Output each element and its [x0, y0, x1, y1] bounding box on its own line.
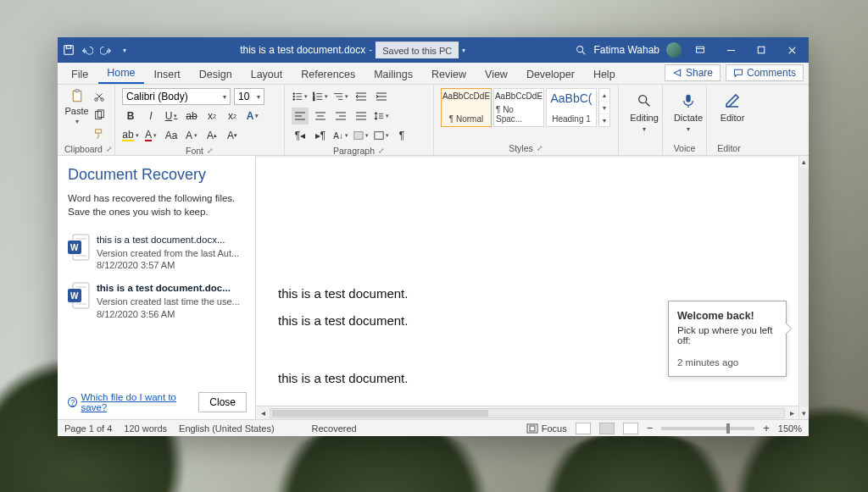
- zoom-in-button[interactable]: +: [763, 422, 770, 434]
- zoom-out-button[interactable]: −: [647, 422, 654, 434]
- style-no-spacing[interactable]: AaBbCcDdE ¶ No Spac...: [493, 88, 544, 127]
- editor-button[interactable]: Editor: [714, 88, 751, 123]
- shrink-font-button[interactable]: A▾: [224, 127, 241, 144]
- scroll-track[interactable]: [800, 168, 809, 407]
- gallery-more-icon[interactable]: ▾: [599, 114, 609, 126]
- focus-mode-button[interactable]: Focus: [526, 423, 567, 434]
- shading-button[interactable]: [353, 127, 370, 144]
- multilevel-button[interactable]: [332, 88, 349, 105]
- rtl-button[interactable]: ▸¶: [312, 127, 329, 144]
- tab-insert[interactable]: Insert: [146, 65, 189, 84]
- scroll-track[interactable]: [270, 408, 785, 418]
- dictate-button[interactable]: Dictate ▾: [670, 88, 707, 133]
- font-size-combo[interactable]: 10▾: [234, 88, 264, 105]
- recovery-item[interactable]: W this is a test document.doc... Version…: [68, 282, 247, 320]
- scroll-thumb[interactable]: [272, 410, 488, 417]
- share-button[interactable]: Share: [665, 64, 721, 81]
- strike-button[interactable]: ab: [183, 108, 200, 124]
- tab-help[interactable]: Help: [585, 65, 624, 84]
- decrease-indent-button[interactable]: [353, 88, 370, 105]
- format-painter-button[interactable]: [91, 125, 108, 142]
- gallery-down-icon[interactable]: ▾: [599, 102, 609, 114]
- save-status[interactable]: Saved to this PC: [376, 41, 459, 58]
- tab-mailings[interactable]: Mailings: [365, 65, 421, 84]
- tab-review[interactable]: Review: [423, 65, 475, 84]
- recovery-item[interactable]: W this is a test document.docx... Versio…: [68, 234, 247, 272]
- cut-button[interactable]: [91, 88, 108, 105]
- style-normal[interactable]: AaBbCcDdE ¶ Normal: [441, 88, 492, 127]
- scroll-right-icon[interactable]: ▸: [785, 408, 798, 417]
- read-mode-button[interactable]: [576, 423, 591, 434]
- change-case-button[interactable]: Aa: [163, 127, 180, 144]
- align-center-button[interactable]: [312, 108, 329, 124]
- user-name[interactable]: Fatima Wahab: [593, 44, 659, 56]
- print-layout-button[interactable]: [599, 423, 615, 434]
- clipboard-dialog-launcher[interactable]: ⤢: [106, 145, 113, 153]
- tab-layout[interactable]: Layout: [242, 65, 292, 84]
- styles-dialog-launcher[interactable]: ⤢: [537, 144, 543, 152]
- grow-font-button[interactable]: A▴: [203, 127, 220, 144]
- scroll-up-icon[interactable]: ▴: [802, 156, 806, 168]
- user-avatar[interactable]: [666, 42, 682, 58]
- justify-button[interactable]: [353, 108, 370, 124]
- show-marks-button[interactable]: ¶: [393, 127, 410, 144]
- welcome-back-callout[interactable]: Welcome back! Pick up where you left off…: [668, 301, 787, 377]
- vertical-scrollbar[interactable]: ▴ ▾: [798, 156, 809, 419]
- zoom-level[interactable]: 150%: [778, 423, 802, 434]
- numbering-button[interactable]: 123: [312, 88, 329, 105]
- align-left-button[interactable]: [292, 108, 309, 124]
- tab-file[interactable]: File: [63, 65, 97, 84]
- font-color-button[interactable]: A: [142, 127, 159, 144]
- undo-button[interactable]: [81, 44, 93, 56]
- ltr-button[interactable]: ¶◂: [292, 127, 309, 144]
- subscript-button[interactable]: x2: [203, 108, 220, 124]
- document-page[interactable]: this is a test document. this is a test …: [256, 158, 798, 406]
- web-layout-button[interactable]: [623, 423, 638, 434]
- maximize-button[interactable]: [749, 37, 773, 63]
- superscript-button[interactable]: x2: [224, 108, 241, 124]
- bold-button[interactable]: B: [122, 108, 139, 124]
- line-spacing-button[interactable]: [373, 108, 390, 124]
- style-heading1[interactable]: AaBbC( Heading 1: [546, 88, 597, 127]
- comments-button[interactable]: Comments: [726, 64, 804, 81]
- italic-button[interactable]: I: [142, 108, 159, 124]
- paste-button[interactable]: Paste ▾: [64, 88, 89, 125]
- save-status-drop[interactable]: ▾: [462, 47, 465, 54]
- tab-view[interactable]: View: [476, 65, 516, 84]
- increase-indent-button[interactable]: [373, 88, 390, 105]
- horizontal-scrollbar[interactable]: ◂ ▸: [256, 406, 798, 419]
- underline-button[interactable]: U: [163, 108, 180, 124]
- sort-button[interactable]: A↓: [332, 127, 349, 144]
- font-name-combo[interactable]: Calibri (Body)▾: [122, 88, 231, 105]
- search-icon[interactable]: [575, 44, 587, 56]
- gallery-up-icon[interactable]: ▴: [599, 89, 609, 102]
- zoom-knob[interactable]: [726, 423, 730, 434]
- close-button[interactable]: [780, 37, 804, 63]
- text-effects-button[interactable]: A: [244, 108, 261, 124]
- tab-references[interactable]: References: [292, 65, 364, 84]
- tab-home[interactable]: Home: [98, 64, 143, 84]
- status-language[interactable]: English (United States): [179, 423, 275, 434]
- autosave-toggle[interactable]: [63, 44, 75, 56]
- clear-formatting-button[interactable]: A: [183, 127, 200, 144]
- bullets-button[interactable]: [292, 88, 309, 105]
- minimize-button[interactable]: [719, 37, 743, 63]
- qat-customize[interactable]: ▾: [119, 44, 131, 56]
- tab-developer[interactable]: Developer: [518, 65, 583, 84]
- borders-button[interactable]: [373, 127, 390, 144]
- zoom-slider[interactable]: [661, 427, 754, 430]
- styles-gallery-scroll[interactable]: ▴ ▾ ▾: [598, 88, 610, 127]
- status-words[interactable]: 120 words: [124, 423, 167, 434]
- align-right-button[interactable]: [332, 108, 349, 124]
- copy-button[interactable]: [91, 107, 108, 124]
- paragraph-dialog-launcher[interactable]: ⤢: [378, 146, 385, 155]
- recovery-help-link[interactable]: ? Which file do I want to save?: [68, 392, 198, 412]
- scroll-down-icon[interactable]: ▾: [802, 407, 806, 419]
- editing-button[interactable]: Editing ▾: [626, 88, 663, 133]
- tab-design[interactable]: Design: [191, 65, 241, 84]
- recovery-close-button[interactable]: Close: [198, 392, 247, 412]
- ribbon-display-options[interactable]: [688, 37, 712, 63]
- status-page[interactable]: Page 1 of 4: [64, 423, 112, 434]
- highlight-button[interactable]: ab: [122, 127, 139, 144]
- font-dialog-launcher[interactable]: ⤢: [207, 146, 214, 155]
